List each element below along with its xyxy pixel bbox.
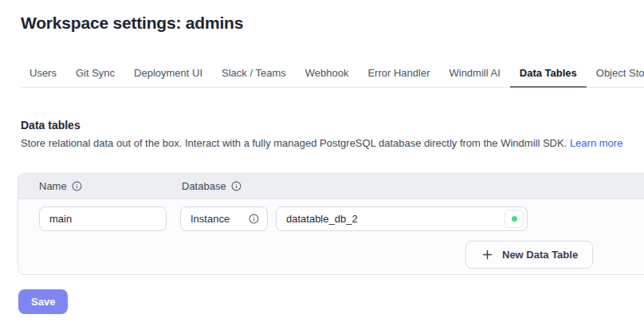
new-data-table-button[interactable]: New Data Table — [465, 241, 593, 269]
new-data-table-button-label: New Data Table — [502, 249, 578, 261]
tab-error-handler[interactable]: Error Handler — [358, 61, 439, 88]
column-header-name-label: Name — [39, 180, 67, 192]
settings-tab-bar: Users Git Sync Deployment UI Slack / Tea… — [20, 61, 644, 88]
table-row: Instance — [39, 206, 644, 231]
tab-webhook[interactable]: Webhook — [296, 61, 359, 88]
tab-windmill-ai[interactable]: Windmill AI — [439, 61, 509, 88]
db-status-badge[interactable] — [505, 210, 524, 228]
page-title: Workspace settings: admins — [21, 12, 644, 34]
section-description-text: Store relational data out of the box. In… — [21, 137, 567, 149]
info-icon[interactable] — [249, 214, 259, 224]
tab-deployment-ui[interactable]: Deployment UI — [124, 61, 212, 88]
database-source-label: Instance — [190, 213, 230, 225]
tab-git-sync[interactable]: Git Sync — [66, 61, 124, 88]
column-header-database-label: Database — [182, 180, 226, 192]
data-tables-card: Name Database Instance — [18, 173, 644, 275]
new-table-row: New Data Table — [39, 241, 644, 269]
database-source-select[interactable]: Instance — [180, 206, 268, 231]
tab-users[interactable]: Users — [20, 61, 66, 88]
table-body: Instance New Data Table — [18, 199, 644, 274]
database-name-field — [276, 206, 528, 231]
column-header-name: Name — [39, 180, 182, 192]
info-icon[interactable] — [72, 181, 82, 191]
table-header-row: Name Database — [18, 174, 644, 199]
table-name-input[interactable] — [39, 206, 167, 231]
section-description: Store relational data out of the box. In… — [21, 137, 623, 149]
db-status-dot — [512, 216, 517, 222]
plus-icon — [481, 248, 494, 261]
save-button[interactable]: Save — [18, 289, 68, 314]
tab-slack-teams[interactable]: Slack / Teams — [212, 61, 296, 88]
tab-data-tables[interactable]: Data Tables — [510, 61, 587, 88]
section-heading: Data tables — [21, 119, 644, 132]
learn-more-link[interactable]: Learn more — [570, 137, 622, 149]
info-icon[interactable] — [231, 181, 242, 191]
column-header-database: Database — [182, 180, 242, 192]
tab-object-storage[interactable]: Object Storage — [587, 61, 644, 88]
database-name-input[interactable] — [276, 206, 528, 231]
